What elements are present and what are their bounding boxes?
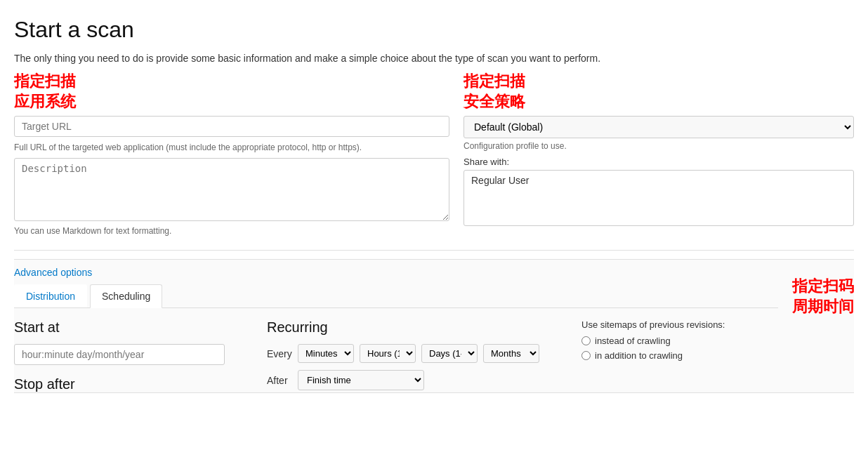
target-url-hint: Full URL of the targeted web application… [14, 143, 449, 152]
share-label: Share with: [463, 157, 854, 167]
tab-distribution[interactable]: Distribution [14, 284, 87, 307]
start-at-input[interactable] [14, 344, 225, 365]
policy-select[interactable]: Default (Global) [463, 116, 854, 138]
tabs-row: Distribution Scheduling [14, 284, 778, 308]
share-box[interactable]: Regular User [463, 170, 854, 226]
advanced-options-link[interactable]: Advanced options [14, 267, 92, 278]
description-input[interactable] [14, 158, 449, 221]
radio-addition-label: in addition to crawling [595, 350, 683, 361]
target-url-input[interactable] [14, 116, 449, 137]
days-select[interactable]: Days (1-29) [421, 344, 478, 363]
recurring-title: Recurring [267, 319, 539, 336]
page-title: Start a scan [14, 17, 854, 43]
minutes-select[interactable]: Minutes (1-59) [298, 344, 354, 363]
hours-select[interactable]: Hours (1-23) [360, 344, 416, 363]
radio-instead-of-crawling[interactable] [581, 336, 591, 345]
markdown-hint: You can use Markdown for text formatting… [14, 226, 449, 236]
tab-scheduling[interactable]: Scheduling [90, 284, 162, 308]
sitemap-title: Use sitemaps of previous revisions: [581, 319, 778, 330]
radio-in-addition-to-crawling[interactable] [581, 351, 591, 360]
intro-text: The only thing you need to do is provide… [14, 51, 854, 66]
annotation-scan-period: 指定扫码周期时间 [792, 277, 854, 317]
every-label: Every [267, 348, 292, 359]
annotation-security-policy: 指定扫描安全策略 [463, 72, 525, 112]
start-at-title: Start at [14, 319, 225, 336]
months-select[interactable]: Months (1-12) [483, 344, 539, 363]
stop-after-title: Stop after [14, 376, 225, 392]
share-value: Regular User [471, 175, 529, 186]
config-hint: Configuration profile to use. [463, 141, 854, 151]
finish-time-select[interactable]: Finish time Never [298, 370, 424, 390]
radio-instead-label: instead of crawling [595, 336, 671, 346]
annotation-target-app: 指定扫描应用系统 [14, 72, 76, 112]
after-label: After [267, 375, 292, 386]
